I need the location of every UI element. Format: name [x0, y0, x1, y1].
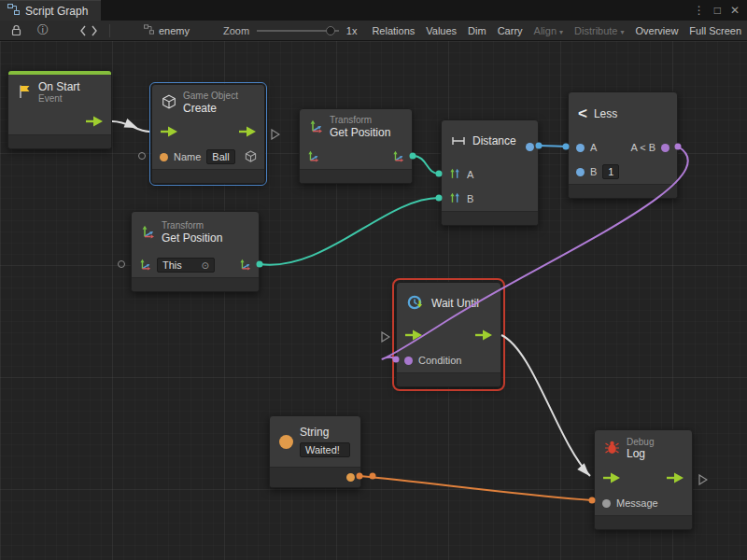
flow-continuation-icon: [271, 127, 280, 144]
port-label: Name: [174, 151, 201, 162]
flag-icon: [18, 84, 32, 101]
node-string[interactable]: String Waited!: [269, 415, 361, 488]
target-field[interactable]: This ⊙: [157, 258, 215, 273]
info-icon[interactable]: ⓘ: [33, 22, 53, 38]
node-subtitle: Event: [38, 93, 80, 105]
port-label: Condition: [418, 355, 461, 366]
string-icon: [279, 435, 293, 449]
toolbar: ⓘ enemy Zoom 1x Relations Values Dim Car…: [0, 21, 747, 41]
vector-input-icon[interactable]: [449, 168, 461, 182]
vector-input-icon[interactable]: [449, 192, 461, 206]
node-title: On Start: [38, 80, 80, 93]
name-field[interactable]: Ball: [206, 149, 234, 164]
graph-icon: [144, 24, 154, 36]
wire-flow-start-create: [112, 121, 149, 132]
node-title: String: [300, 426, 350, 439]
a-input-port[interactable]: [576, 144, 585, 152]
overview-button[interactable]: Overview: [630, 22, 684, 39]
dim-button[interactable]: Dim: [462, 22, 492, 39]
b-value-field[interactable]: 1: [602, 164, 619, 179]
wire-arrowhead: [124, 119, 140, 133]
node-wait-until[interactable]: Wait Until Condition: [396, 282, 501, 387]
string-output-port[interactable]: [346, 473, 355, 482]
graph-canvas[interactable]: On Start Event Game Object Create: [0, 41, 747, 560]
zoom-slider[interactable]: [257, 24, 339, 37]
game-object-output-port[interactable]: [245, 150, 257, 164]
wire-arrowhead: [577, 463, 593, 479]
port-label: B: [467, 193, 473, 204]
node-game-object-create[interactable]: Game Object Create Name Ball: [151, 84, 265, 184]
flow-output-port[interactable]: [474, 329, 493, 343]
node-debug-log[interactable]: Debug Log Message: [594, 429, 693, 530]
result-output-port[interactable]: [661, 144, 669, 152]
wire-string-debuglog-message: [359, 476, 592, 500]
window-controls: ⋮ □ ✕: [694, 0, 747, 21]
wire-getpos2-distance-b: [260, 198, 439, 265]
zoom-value: 1x: [346, 25, 358, 36]
flow-continuation-icon: [381, 329, 390, 346]
node-footer: [132, 277, 259, 291]
unconnected-port-ring[interactable]: [138, 152, 146, 160]
window-maximize-icon[interactable]: □: [714, 4, 721, 17]
position-output-port[interactable]: [239, 259, 251, 273]
distance-output-port[interactable]: [526, 143, 534, 151]
relations-button[interactable]: Relations: [366, 22, 420, 39]
node-footer: [442, 211, 538, 225]
message-input-port[interactable]: [602, 499, 611, 508]
zoom-label: Zoom: [223, 25, 249, 36]
full-screen-button[interactable]: Full Screen: [684, 22, 747, 39]
node-title: Less: [594, 107, 617, 120]
node-less[interactable]: < Less A A < B B 1: [568, 91, 678, 199]
transform-input-port[interactable]: [139, 259, 151, 273]
flow-input-port[interactable]: [404, 329, 423, 343]
unconnected-port-ring[interactable]: [118, 260, 125, 268]
transform-axis-icon: [141, 225, 155, 241]
flow-output-port[interactable]: [666, 472, 684, 485]
titlebar: Script Graph ⋮ □ ✕: [0, 0, 747, 21]
chevrons-icon[interactable]: [76, 25, 102, 36]
distribute-dropdown[interactable]: Distribute▾: [569, 22, 629, 39]
chevron-down-icon: ▾: [559, 28, 563, 36]
result-label: A < B: [630, 142, 655, 153]
flow-input-port[interactable]: [602, 472, 621, 485]
position-output-port[interactable]: [392, 150, 404, 164]
distance-ruler-icon: [451, 134, 466, 149]
node-title: Log: [627, 447, 654, 460]
node-distance[interactable]: Distance A B: [441, 119, 539, 226]
b-input-port[interactable]: [576, 168, 585, 176]
tab-title: Script Graph: [25, 5, 88, 18]
transform-input-port[interactable]: [307, 150, 319, 164]
object-picker-icon[interactable]: ⊙: [202, 260, 209, 271]
condition-input-port[interactable]: [404, 357, 413, 365]
transform-axis-icon: [309, 119, 323, 135]
node-on-start-event[interactable]: On Start Event: [7, 70, 112, 149]
align-dropdown[interactable]: Align▾: [529, 22, 569, 39]
bug-icon: [604, 441, 620, 456]
port-label: A: [590, 142, 597, 153]
node-get-position-2[interactable]: Transform Get Position This ⊙: [131, 211, 260, 292]
script-graph-icon: [7, 4, 20, 18]
window-close-icon[interactable]: ✕: [730, 4, 740, 17]
node-category: Game Object: [183, 91, 238, 102]
node-title: Get Position: [330, 126, 390, 139]
flow-output-port[interactable]: [238, 126, 257, 139]
port-label: A: [467, 169, 473, 180]
tab-script-graph[interactable]: Script Graph: [0, 0, 101, 21]
flow-output-port[interactable]: [85, 116, 104, 129]
carry-button[interactable]: Carry: [492, 22, 529, 39]
string-value-field[interactable]: Waited!: [300, 442, 350, 457]
node-footer: [270, 467, 360, 487]
node-footer: [152, 169, 264, 183]
name-input-port[interactable]: [160, 153, 168, 161]
lock-icon[interactable]: [6, 24, 27, 36]
node-title: Distance: [472, 134, 516, 147]
flow-input-port[interactable]: [160, 126, 178, 139]
node-title: Wait Until: [431, 297, 479, 310]
zoom-slider-handle[interactable]: [326, 26, 335, 35]
window-menu-icon[interactable]: ⋮: [694, 4, 705, 17]
wire-endpoint: [370, 473, 376, 480]
node-category: Transform: [330, 115, 390, 126]
values-button[interactable]: Values: [420, 22, 462, 39]
node-get-position-1[interactable]: Transform Get Position: [299, 108, 413, 184]
graph-breadcrumb[interactable]: enemy: [144, 24, 190, 36]
